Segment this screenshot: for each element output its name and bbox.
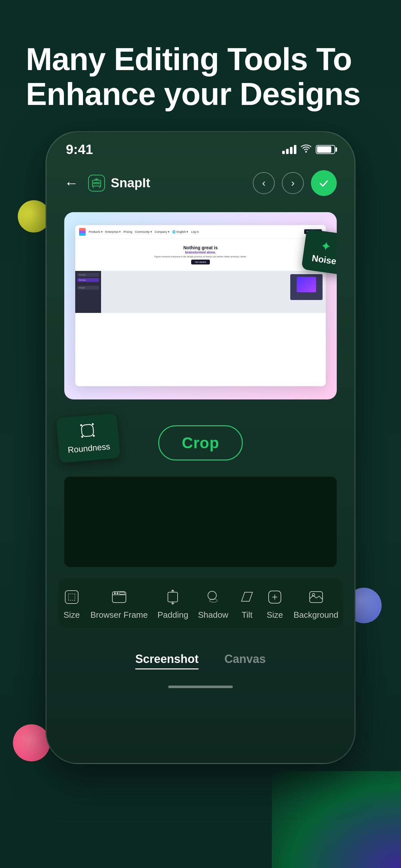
nav-confirm-button[interactable] <box>311 170 337 196</box>
shadow-icon <box>204 588 222 606</box>
noise-badge-label: Noise <box>311 253 337 267</box>
figma-cta: Get started <box>191 259 210 265</box>
toolbar-item-shadow[interactable]: Shadow <box>198 588 228 620</box>
svg-point-0 <box>305 151 307 152</box>
tilt-icon <box>238 588 256 606</box>
svg-point-14 <box>93 435 95 437</box>
crop-button[interactable]: Crop <box>158 425 243 461</box>
figma-hero: Nothing great is brainstormed alone. Fig… <box>75 239 326 271</box>
nav-back-button[interactable]: ← <box>64 175 79 191</box>
nav-right: ‹ › <box>253 170 337 196</box>
figma-nav-links: Products ▾ Enterprise ▾ Pricing Communit… <box>89 230 199 234</box>
size-icon <box>63 588 81 606</box>
size2-icon <box>266 588 284 606</box>
toolbar-item-size-label: Size <box>64 610 80 620</box>
svg-rect-10 <box>81 424 94 437</box>
toolbar-item-browser-frame[interactable]: Browser Frame <box>90 588 148 620</box>
figma-hero-desc: Figma connects everyone in the design pr… <box>82 255 319 258</box>
noise-badge: ✦ Noise <box>301 228 337 275</box>
toolbar-item-padding[interactable]: Padding <box>158 588 188 620</box>
app-nav: ← <box>47 164 354 203</box>
figma-main-area <box>101 271 326 313</box>
toolbar-item-background-label: Background <box>294 610 338 620</box>
toolbar-item-padding-label: Padding <box>158 610 188 620</box>
toolbar-items: Size Browser Frame <box>58 588 343 620</box>
decorative-circle-pink <box>13 724 50 762</box>
figma-canvas-preview <box>290 274 322 300</box>
browser-frame-icon <box>110 588 128 606</box>
figma-nav: Products ▾ Enterprise ▾ Pricing Communit… <box>75 225 326 239</box>
svg-point-19 <box>117 593 118 594</box>
figma-logo <box>79 228 86 236</box>
svg-rect-21 <box>168 592 178 602</box>
toolbar-item-size2-label: Size <box>267 610 283 620</box>
svg-point-3 <box>96 182 97 184</box>
svg-point-18 <box>114 593 116 594</box>
figma-hero-title: Nothing great is <box>82 245 319 251</box>
toolbar-item-browser-label: Browser Frame <box>90 610 148 620</box>
figma-ui-area: Frames For you Plugins <box>75 271 326 313</box>
toolbar: Size Browser Frame <box>58 578 343 628</box>
screenshot-inner: Products ▾ Enterprise ▾ Pricing Communit… <box>75 225 326 386</box>
svg-point-11 <box>80 424 82 426</box>
nav-next-button[interactable]: › <box>282 172 304 194</box>
main-heading: Many Editing Tools To Enhance your Desig… <box>26 42 375 112</box>
page-wrapper: Many Editing Tools To Enhance your Desig… <box>0 0 401 868</box>
toolbar-item-shadow-label: Shadow <box>198 610 228 620</box>
signal-bars-icon <box>282 145 297 154</box>
toolbar-item-tilt[interactable]: Tilt <box>238 588 256 620</box>
svg-point-2 <box>94 182 95 184</box>
roundness-icon <box>66 421 110 443</box>
decorative-circle-yellow <box>18 200 50 232</box>
svg-point-4 <box>98 182 100 184</box>
svg-rect-15 <box>65 591 78 603</box>
screenshot-preview: Products ▾ Enterprise ▾ Pricing Communit… <box>64 212 337 399</box>
svg-point-13 <box>81 436 83 438</box>
padding-icon <box>164 588 182 606</box>
status-bar: 9:41 <box>47 132 354 160</box>
figma-hero-subtitle: brainstormed alone. <box>82 251 319 254</box>
heading-section: Many Editing Tools To Enhance your Desig… <box>0 0 401 131</box>
svg-point-28 <box>208 591 216 600</box>
bg-gradient-bottom <box>272 771 401 868</box>
status-icons <box>282 143 335 156</box>
roundness-badge-label: Roundness <box>67 441 111 455</box>
toolbar-item-background[interactable]: Background <box>294 588 338 620</box>
noise-icon: ✦ <box>312 237 337 255</box>
tab-screenshot[interactable]: Screenshot <box>135 652 198 670</box>
nav-app-name: SnapIt <box>111 176 150 190</box>
phone-mockup: 9:41 <box>45 131 356 764</box>
toolbar-item-tilt-label: Tilt <box>242 610 252 620</box>
toolbar-item-size[interactable]: Size <box>63 588 81 620</box>
tab-canvas[interactable]: Canvas <box>224 652 266 670</box>
nav-logo-area: SnapIt <box>88 175 150 191</box>
status-time: 9:41 <box>66 142 93 157</box>
dark-content-area <box>64 476 337 567</box>
svg-rect-20 <box>120 592 125 594</box>
nav-left: ← <box>64 175 150 191</box>
home-indicator-bar <box>168 686 233 688</box>
svg-point-12 <box>92 423 94 425</box>
wifi-icon <box>300 143 312 156</box>
figma-sidebar-left: Frames For you Plugins <box>75 271 101 313</box>
roundness-badge: Roundness <box>56 413 120 463</box>
tabs-area: Screenshot Canvas <box>47 640 354 679</box>
home-indicator <box>47 679 354 698</box>
battery-icon <box>316 145 335 154</box>
nav-prev-button[interactable]: ‹ <box>253 172 275 194</box>
toolbar-item-size2[interactable]: Size <box>266 588 284 620</box>
snapit-logo-icon <box>88 175 105 191</box>
crop-area: Roundness Crop <box>47 409 354 476</box>
background-icon <box>307 588 325 606</box>
